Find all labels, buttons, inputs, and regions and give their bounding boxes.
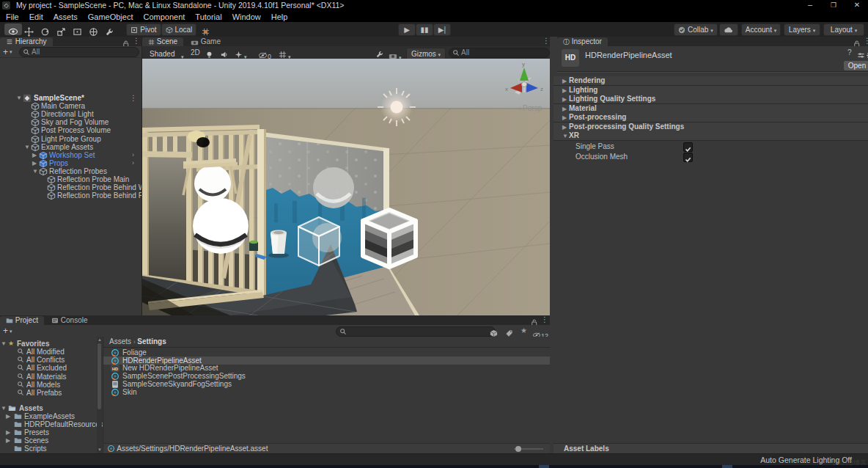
inspector-menu-icon[interactable]: ⋮ (864, 37, 868, 45)
scene-tab[interactable]: Scene (142, 37, 183, 46)
hierarchy-search-input[interactable]: All (19, 47, 139, 57)
file-row[interactable]: SampleSceneSkyandFogSettings (103, 380, 550, 388)
2d-toggle[interactable]: 2D (191, 48, 200, 56)
inspector-section-lighting[interactable]: ▶Lighting (553, 86, 868, 95)
minimize-button[interactable]: – (799, 0, 821, 11)
inspector-section-rendering[interactable]: ▶Rendering (553, 76, 868, 86)
folder-item[interactable]: ▶Presets (0, 428, 103, 436)
favorites-star-icon[interactable]: ★ (521, 326, 527, 334)
favorite-item[interactable]: All Modified (0, 348, 103, 356)
create-dropdown-caret[interactable]: ▾ (10, 49, 12, 55)
menu-edit[interactable]: Edit (29, 12, 43, 21)
create-dropdown-caret[interactable]: ▾ (10, 329, 12, 334)
favorite-item[interactable]: All Materials (0, 373, 103, 381)
single-pass-checkbox[interactable] (683, 142, 693, 152)
account-dropdown[interactable]: Account ▾ (741, 23, 781, 36)
layers-dropdown[interactable]: Layers ▾ (784, 23, 820, 36)
play-button[interactable]: ▶ (398, 23, 416, 36)
hierarchy-row[interactable]: ▼Reflection Probes (0, 167, 141, 175)
hand-tool-button[interactable] (4, 23, 22, 35)
hierarchy-row[interactable]: Directional Light (0, 110, 141, 118)
reflection-probe-sphere-wall[interactable] (313, 167, 354, 208)
prefab-chevron-icon[interactable]: › (132, 151, 134, 159)
favorite-item[interactable]: All Excluded (0, 364, 103, 372)
inspector-section-xr[interactable]: ▼XR (553, 131, 868, 141)
scene-search-input[interactable]: All (449, 48, 550, 58)
hierarchy-menu-icon[interactable]: ⋮ (133, 37, 140, 45)
breadcrumb-root[interactable]: Assets (109, 337, 131, 345)
glass-cube[interactable] (298, 217, 339, 266)
folder-item[interactable]: Scripts (0, 445, 103, 453)
cloud-button[interactable] (719, 23, 738, 36)
hierarchy-row-scene[interactable]: ▼ SampleScene* ⋮ (0, 94, 141, 102)
menu-component[interactable]: Component (143, 12, 185, 21)
layout-dropdown[interactable]: Layout ▾ (823, 23, 864, 36)
favorite-item[interactable]: All Prefabs (0, 389, 103, 397)
hierarchy-row-prefab[interactable]: ▶Workshop Set› (0, 151, 141, 159)
local-toggle[interactable]: Local (161, 23, 196, 36)
hierarchy-tab[interactable]: Hierarchy (0, 37, 53, 46)
inspector-section-material[interactable]: ▶Material (553, 104, 868, 114)
pause-button[interactable]: ▮▮ (416, 23, 433, 36)
inspector-section-postprocessing[interactable]: ▶Post-processing (553, 113, 868, 123)
favorite-item[interactable]: All Conflicts (0, 356, 103, 364)
zoom-slider[interactable] (514, 448, 543, 450)
hierarchy-row[interactable]: Post Process Volume (0, 126, 141, 134)
console-tab[interactable]: Console (45, 316, 93, 325)
menu-window[interactable]: Window (232, 12, 261, 21)
favorites-header[interactable]: ▼★Favorites (0, 340, 103, 348)
create-button[interactable]: + (3, 326, 8, 336)
status-bar: Auto Generate Lighting Off 51CTO博客 (0, 453, 868, 466)
assets-root[interactable]: ▼Assets (0, 404, 103, 412)
menu-tutorial[interactable]: Tutorial (195, 12, 221, 21)
prefab-chevron-icon[interactable]: › (132, 159, 134, 167)
pivot-toggle[interactable]: Pivot (126, 23, 161, 36)
persp-label[interactable]: ‹ Persp (518, 104, 542, 112)
step-button[interactable]: ▶| (433, 23, 451, 36)
hierarchy-row[interactable]: Sky and Fog Volume (0, 118, 141, 126)
hierarchy-row[interactable]: Main Camera (0, 102, 141, 110)
scene-viewport[interactable]: y x z ‹ Persp (142, 59, 550, 315)
file-row-selected[interactable]: HDRenderPipelineAsset (103, 357, 550, 365)
folder-item[interactable]: HDRPDefaultResources (0, 420, 103, 428)
file-row[interactable]: Foliage (103, 348, 550, 357)
file-row[interactable]: Skin (103, 388, 550, 396)
folder-item[interactable]: ▶ExampleAssets (0, 412, 103, 420)
close-button[interactable]: ✕ (846, 0, 868, 11)
reflection-probe-sphere-large[interactable] (193, 198, 249, 254)
hierarchy-row[interactable]: Reflection Probe Main (0, 175, 141, 183)
maximize-button[interactable]: ❐ (823, 0, 845, 11)
menu-gameobject[interactable]: GameObject (88, 12, 133, 21)
file-row[interactable]: SampleScenePostProcessingSettings (103, 372, 550, 380)
reflection-probe-sphere-small[interactable] (194, 165, 231, 202)
project-search-input[interactable] (336, 326, 496, 337)
occlusion-mesh-checkbox[interactable] (683, 153, 693, 162)
page-asset-icon (111, 380, 119, 388)
inspector-section-lighting-quality[interactable]: ▶Lighting Quality Settings (553, 95, 868, 104)
inspector-tab[interactable]: ⓘ Inspector (557, 37, 608, 46)
inspector-section-pp-quality[interactable]: ▶Post-processing Quality Settings (553, 123, 868, 132)
menu-file[interactable]: File (6, 12, 19, 21)
scene-menu-icon[interactable]: ⋮ (130, 94, 137, 102)
hierarchy-row-prefab[interactable]: ▶Props› (0, 159, 141, 167)
favorite-item[interactable]: All Models (0, 381, 103, 389)
collab-dropdown[interactable]: Collab ▾ (674, 23, 718, 36)
open-button[interactable]: Open (844, 61, 868, 70)
folder-item[interactable]: ▶Scenes (0, 436, 103, 445)
project-tab[interactable]: Project (0, 316, 44, 325)
tree-scrollbar[interactable]: ▲ ▼ (97, 337, 102, 453)
reflection-probe-cube-gizmo[interactable] (363, 210, 416, 267)
hierarchy-row[interactable]: Light Probe Group (0, 135, 141, 143)
scene-menu-icon[interactable]: ⋮ (542, 37, 550, 45)
file-row[interactable]: New HDRenderPipelineAsset (103, 364, 550, 372)
help-icon[interactable]: ? (847, 48, 852, 56)
hierarchy-row[interactable]: ▼Example Assets (0, 143, 141, 151)
menu-assets[interactable]: Assets (54, 12, 78, 21)
game-tab[interactable]: Game (185, 37, 227, 46)
menu-help[interactable]: Help (271, 12, 288, 21)
hierarchy-row[interactable]: Reflection Probe Behind Frame (0, 191, 141, 200)
breadcrumb-current[interactable]: Settings (137, 337, 166, 345)
hierarchy-row[interactable]: Reflection Probe Behind Wall (0, 183, 141, 191)
create-button[interactable]: + (3, 47, 8, 57)
project-menu-icon[interactable]: ⋮ (541, 315, 548, 323)
